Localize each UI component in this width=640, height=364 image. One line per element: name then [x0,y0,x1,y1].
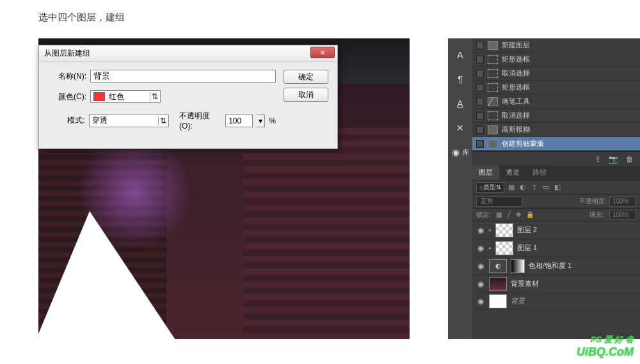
lock-all-icon[interactable]: 🔒 [526,211,534,218]
brick-wall-right [243,128,410,339]
layers-lock-row: 锁定: ▦ ╱ ✥ 🔒 填充: 100% [472,209,640,221]
layer-thumbnail[interactable] [489,294,507,308]
history-checkbox[interactable] [476,56,484,63]
blend-mode-select[interactable]: 正常 [476,196,522,207]
adjustment-icon[interactable]: ◐ [489,259,507,273]
visibility-toggle[interactable]: ◉ [476,262,485,271]
filter-shape-icon[interactable]: ▭ [541,183,550,191]
layers-filter-bar: ⌕ 类型 ⇅ ▦ ◐ T ▭ ◧ [472,180,640,194]
filter-smart-icon[interactable]: ◧ [553,183,562,191]
color-label: 颜色(C): [48,91,86,102]
lock-label: 锁定: [476,210,491,219]
layer-name[interactable]: 背景素材 [511,279,636,289]
tab-channels[interactable]: 通道 [499,165,526,180]
history-panel-footer: ⇪ 📷 🗑 [472,151,640,166]
visibility-toggle[interactable]: ◉ [476,226,485,235]
trash-icon[interactable]: 🗑 [626,155,634,164]
name-label: 名称(N): [48,71,86,82]
dialog-titlebar[interactable]: 从图层新建组 ✕ [39,45,337,62]
chevron-down-icon: ⇅ [150,92,159,101]
visibility-toggle[interactable]: ◉ [476,297,485,306]
opacity-label: 不透明度: [579,197,607,206]
history-checkbox[interactable] [476,70,484,77]
chevron-down-icon: ▾ [259,116,262,125]
visibility-toggle[interactable]: ◉ [476,244,485,253]
layer-name[interactable]: 背景 [511,296,636,306]
chevron-down-icon: ⇅ [158,116,167,125]
marquee-icon [488,111,498,120]
history-item-selected[interactable]: 创建剪贴蒙版 [472,137,640,151]
close-icon: ✕ [320,49,325,56]
layer-thumbnail[interactable] [489,277,507,291]
layers-blend-row: 正常 不透明度: 100% [472,194,640,209]
mode-value: 穿透 [92,115,108,126]
history-checkbox[interactable] [476,84,484,91]
opacity-label: 不透明度(O): [179,111,221,131]
ok-button[interactable]: 确定 [284,70,328,84]
history-checkbox[interactable] [476,112,484,120]
tab-paths[interactable]: 路径 [526,165,553,180]
layers-panel-tabs: 图层 通道 路径 [472,166,640,180]
tab-layers[interactable]: 图层 [472,165,499,180]
collapsed-panel-dock: A ¶ A ✕ ◉库 [448,38,472,339]
history-checkbox[interactable] [476,140,484,148]
history-item[interactable]: 取消选择 [472,67,640,81]
history-item[interactable]: 取消选择 [472,109,640,123]
lock-brush-icon[interactable]: ╱ [507,211,511,218]
lock-move-icon[interactable]: ✥ [516,211,521,218]
history-item[interactable]: 矩形选框 [472,52,640,67]
character-panel-icon[interactable]: A [457,50,463,60]
lock-pixels-icon[interactable]: ▦ [496,211,502,218]
glyphs-panel-icon[interactable]: A [457,99,463,109]
libraries-panel-icon[interactable]: ◉库 [452,147,469,157]
snapshot-icon[interactable]: ⇪ [595,155,601,164]
layer-thumbnail[interactable] [495,241,513,255]
cancel-button[interactable]: 取消 [284,88,328,102]
history-item[interactable]: ╱画笔工具 [472,95,640,109]
marquee-icon [488,69,498,78]
layer-name[interactable]: 图层 1 [517,243,636,253]
watermark: PS 爱 好 者 UiBQ.CoM [577,334,634,359]
clip-arrow-icon: ▸ [489,227,492,233]
layer-fill-input[interactable]: 100% [609,210,636,220]
layer-opacity-input[interactable]: 100% [609,196,636,207]
filter-kind-select[interactable]: ⌕ 类型 ⇅ [476,182,504,193]
camera-icon[interactable]: 📷 [609,155,618,164]
opacity-dropdown[interactable]: ▾ [257,115,266,127]
history-checkbox[interactable] [476,42,484,49]
name-input[interactable] [90,70,276,83]
filter-pixel-icon[interactable]: ▦ [507,183,516,191]
marquee-icon [488,55,498,64]
history-checkbox[interactable] [476,126,484,134]
layer-row[interactable]: ◉ ▸ 图层 1 [472,239,640,257]
paragraph-panel-icon[interactable]: ¶ [458,74,463,84]
brush-icon: ╱ [488,97,498,106]
layer-icon [488,125,498,134]
tools-panel-icon[interactable]: ✕ [456,123,464,133]
layer-row-background[interactable]: ◉ 背景 [472,293,640,310]
dialog-title-text: 从图层新建组 [44,48,90,59]
mode-label: 模式: [48,115,85,126]
mode-select[interactable]: 穿透 ⇅ [89,115,169,127]
layer-row[interactable]: ◉ ◐ 色相/饱和度 1 [472,257,640,275]
opacity-input[interactable]: 100 [225,115,253,127]
layer-name[interactable]: 色相/饱和度 1 [529,261,636,271]
filter-type-icon[interactable]: T [530,184,539,191]
layer-row[interactable]: ◉ ▸ 图层 2 [472,221,640,239]
new-group-dialog: 从图层新建组 ✕ 名称(N): 颜色(C): 红色 ⇅ 模式: 穿透 ⇅ [38,45,338,149]
filter-adjust-icon[interactable]: ◐ [518,183,527,191]
color-select[interactable]: 红色 ⇅ [90,90,161,103]
history-checkbox[interactable] [476,98,484,106]
layer-name[interactable]: 图层 2 [517,225,636,235]
floor-triangle [38,211,192,339]
history-item[interactable]: 新建图层 [472,38,640,52]
history-item[interactable]: 矩形选框 [472,81,640,95]
layer-thumbnail[interactable] [495,223,513,237]
layer-row[interactable]: ◉ 背景素材 [472,275,640,293]
layer-mask-thumbnail[interactable] [511,259,525,273]
layer-icon [488,41,498,50]
close-button[interactable]: ✕ [310,47,335,58]
color-swatch-red [93,92,105,101]
history-item[interactable]: 高斯模糊 [472,123,640,137]
visibility-toggle[interactable]: ◉ [476,280,485,289]
